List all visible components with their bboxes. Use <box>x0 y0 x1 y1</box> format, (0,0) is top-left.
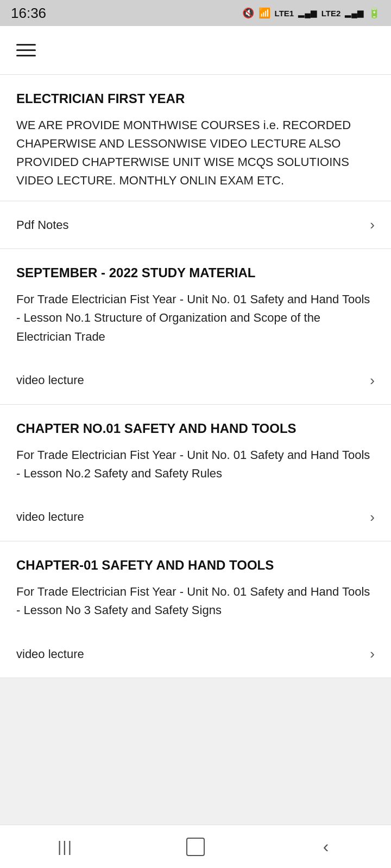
main-section-body: WE ARE PROVIDE MONTHWISE COURSES i.e. RE… <box>16 116 375 190</box>
video-lecture-2-item[interactable]: video lecture › <box>0 494 391 541</box>
lte2-label: LTE2 <box>321 9 341 18</box>
wifi-icon: 📶 <box>258 7 270 19</box>
recent-apps-icon: ||| <box>58 838 73 856</box>
recent-apps-button[interactable]: ||| <box>43 831 87 863</box>
menu-button[interactable] <box>16 44 36 56</box>
home-icon <box>186 838 205 856</box>
mute-icon: 🔇 <box>242 7 254 19</box>
chapter01-section-title: CHAPTER-01 SAFETY AND HAND TOOLS <box>16 558 375 573</box>
pdf-notes-label: Pdf Notes <box>16 218 69 232</box>
chapter01-section-body: For Trade Electrician Fist Year - Unit N… <box>16 583 375 620</box>
main-section-title: ELECTRICIAN FIRST YEAR <box>16 91 375 106</box>
back-button[interactable]: ‹ <box>304 831 348 863</box>
pdf-notes-arrow: › <box>370 216 375 233</box>
video-lecture-3-arrow: › <box>370 646 375 662</box>
september-section-body: For Trade Electrician Fist Year - Unit N… <box>16 290 375 346</box>
video-lecture-2-arrow: › <box>370 509 375 526</box>
chapter1-section-body: For Trade Electrician Fist Year - Unit N… <box>16 446 375 483</box>
video-lecture-1-label: video lecture <box>16 373 84 387</box>
footer-gray-area <box>0 678 391 830</box>
main-section: ELECTRICIAN FIRST YEAR WE ARE PROVIDE MO… <box>0 75 391 201</box>
back-icon: ‹ <box>323 837 329 857</box>
september-section-title: SEPTEMBER - 2022 STUDY MATERIAL <box>16 265 375 280</box>
lte1-label: LTE1 <box>275 9 294 18</box>
battery-icon: 🔋 <box>368 7 380 19</box>
nav-bar: ||| ‹ <box>0 825 391 868</box>
hamburger-line2 <box>16 49 36 51</box>
video-lecture-3-label: video lecture <box>16 647 84 661</box>
video-lecture-1-item[interactable]: video lecture › <box>0 357 391 405</box>
chapter1-section: CHAPTER NO.01 SAFETY AND HAND TOOLS For … <box>0 405 391 483</box>
september-section: SEPTEMBER - 2022 STUDY MATERIAL For Trad… <box>0 249 391 346</box>
content-area: ELECTRICIAN FIRST YEAR WE ARE PROVIDE MO… <box>0 75 391 830</box>
video-lecture-2-label: video lecture <box>16 510 84 524</box>
status-bar: 16:36 🔇 📶 LTE1 ▂▄▆ LTE2 ▂▄▆ 🔋 <box>0 0 391 26</box>
status-icons: 🔇 📶 LTE1 ▂▄▆ LTE2 ▂▄▆ 🔋 <box>242 7 380 19</box>
toolbar <box>0 26 391 75</box>
signal2-icon: ▂▄▆ <box>345 8 364 18</box>
video-lecture-1-arrow: › <box>370 372 375 389</box>
home-button[interactable] <box>174 831 217 863</box>
status-time: 16:36 <box>11 5 46 22</box>
chapter01-section: CHAPTER-01 SAFETY AND HAND TOOLS For Tra… <box>0 541 391 620</box>
pdf-notes-item[interactable]: Pdf Notes › <box>0 201 391 249</box>
chapter1-section-title: CHAPTER NO.01 SAFETY AND HAND TOOLS <box>16 421 375 436</box>
signal1-icon: ▂▄▆ <box>298 8 317 18</box>
hamburger-line1 <box>16 44 36 46</box>
video-lecture-3-item[interactable]: video lecture › <box>0 630 391 678</box>
hamburger-line3 <box>16 55 36 56</box>
